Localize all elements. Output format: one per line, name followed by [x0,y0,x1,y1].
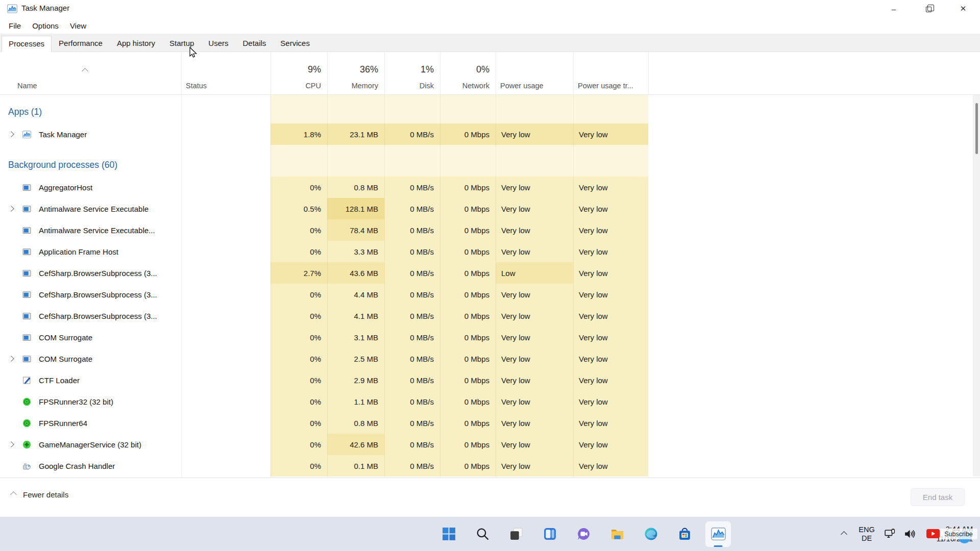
taskbar-widgets-button[interactable] [533,520,567,548]
fewer-details-toggle[interactable]: Fewer details [11,490,68,499]
taskbar-task-manager-button[interactable] [701,520,735,548]
disk-total-usage: 1% [421,64,434,75]
process-row-cefsharp-browsersubprocess-3[interactable]: CefSharp.BrowserSubprocess (3...0%4.1 MB… [0,305,980,327]
vertical-scrollbar[interactable] [973,95,980,477]
default-process-icon [22,333,31,342]
taskbar-task-view-button[interactable] [499,520,533,548]
column-header-name[interactable]: Name [0,52,181,94]
process-row-com-surrogate[interactable]: COM Surrogate0%2.5 MB0 MB/s0 MbpsVery lo… [0,348,980,369]
hidden-icons-chevron[interactable] [835,530,853,539]
cpu-cell: 0% [271,412,327,434]
power-usage-cell: Very low [496,305,573,327]
process-name: CTF Loader [39,376,80,385]
process-row-ctf-loader[interactable]: CTF Loader0%2.9 MB0 MB/s0 MbpsVery lowVe… [0,369,980,391]
process-row-cefsharp-browsersubprocess-3[interactable]: CefSharp.BrowserSubprocess (3...0%4.4 MB… [0,284,980,305]
menu-options[interactable]: Options [28,19,63,32]
taskbar-icons [432,517,735,551]
tab-app-history[interactable]: App history [110,35,162,52]
end-task-button[interactable]: End task [911,488,965,506]
network-icon[interactable] [880,528,899,540]
window-title: Task Manager [21,4,69,12]
title-bar: Task Manager – ✕ [0,0,980,17]
disk-cell: 0 MB/s [384,412,440,434]
memory-cell: 4.4 MB [327,284,384,305]
power-usage-cell: Very low [496,412,573,434]
process-row-antimalware-service-executable[interactable]: Antimalware Service Executable...0%78.4 … [0,219,980,241]
tab-performance[interactable]: Performance [52,35,110,52]
column-header-cpu[interactable]: 9% CPU [271,52,327,94]
power-usage-cell: Very low [496,284,573,305]
scrollbar-thumb[interactable] [975,103,978,154]
column-header-power-usage[interactable]: Power usage [496,52,573,94]
memory-cell: 23.1 MB [327,123,384,145]
default-process-icon [22,312,31,320]
group-header-label: Apps (1) [0,107,42,123]
menu-view[interactable]: View [65,19,91,32]
process-name: Antimalware Service Executable... [39,226,155,235]
close-button[interactable]: ✕ [950,0,976,17]
chat-icon [576,527,591,541]
default-process-icon [22,226,31,235]
memory-cell: 3.3 MB [327,241,384,262]
tab-users[interactable]: Users [201,35,235,52]
column-header-disk[interactable]: 1% Disk [384,52,440,94]
cpu-cell: 0% [271,455,327,477]
tab-services[interactable]: Services [273,35,317,52]
column-header-power-usage-trend[interactable]: Power usage tr... [573,52,648,94]
widgets-icon [543,527,557,541]
disk-cell: 0 MB/s [384,123,440,145]
taskbar-store-button[interactable] [668,520,701,548]
process-row-fpsrunner64[interactable]: FPSRunner640%0.8 MB0 MB/s0 MbpsVery lowV… [0,412,980,434]
network-cell: 0 Mbps [440,262,496,284]
column-header-status[interactable]: Status [181,52,271,94]
process-row-google-crash-handler[interactable]: Google Crash Handler0%0.1 MB0 MB/s0 Mbps… [0,455,980,477]
tab-processes[interactable]: Processes [2,36,52,52]
task-manager-window: Task Manager – ✕ File Options View Proce… [0,0,980,517]
power-trend-cell: Very low [573,177,648,198]
process-row-antimalware-service-executable[interactable]: Antimalware Service Executable0.5%128.1 … [0,198,980,219]
taskbar-start-button[interactable] [432,520,465,548]
fewer-details-label: Fewer details [23,490,68,499]
memory-cell: 2.5 MB [327,348,384,369]
process-row-gamemanagerservice-32-bit[interactable]: GameManagerService (32 bit)0%42.6 MB0 MB… [0,434,980,455]
taskbar-file-explorer-button[interactable] [600,520,634,548]
cpu-cell: 0% [271,177,327,198]
process-row-com-surrogate[interactable]: COM Surrogate0%3.1 MB0 MB/s0 MbpsVery lo… [0,327,980,348]
minimize-button[interactable]: – [881,0,906,17]
restore-button[interactable] [916,0,941,17]
taskbar-search-button[interactable] [465,520,499,548]
gch-process-icon [22,462,31,470]
taskbar-edge-button[interactable] [634,520,668,548]
column-header-network[interactable]: 0% Network [440,52,496,94]
youtube-icon [926,529,940,538]
tab-details[interactable]: Details [236,35,274,52]
group-header-row[interactable]: Background processes (60) [0,152,980,177]
expand-chevron-icon[interactable] [7,130,15,138]
status-cell [181,327,271,348]
expand-chevron-icon[interactable] [7,205,15,213]
process-row-fpsrunner32-32-bit[interactable]: FPSRunner32 (32 bit)0%1.1 MB0 MB/s0 Mbps… [0,391,980,412]
network-cell: 0 Mbps [440,348,496,369]
column-header-memory[interactable]: 36% Memory [327,52,384,94]
expand-chevron-icon[interactable] [7,355,15,363]
expand-chevron-icon[interactable] [7,440,15,448]
menu-file[interactable]: File [4,19,26,32]
memory-cell: 3.1 MB [327,327,384,348]
group-header-row[interactable]: Apps (1) [0,95,980,123]
taskbar-chat-button[interactable] [567,520,600,548]
process-row-task-manager[interactable]: Task Manager1.8%23.1 MB0 MB/s0 MbpsVery … [0,123,980,145]
process-row-aggregatorhost[interactable]: AggregatorHost0%0.8 MB0 MB/s0 MbpsVery l… [0,177,980,198]
tab-startup[interactable]: Startup [162,35,201,52]
cpu-cell: 0% [271,305,327,327]
process-row-application-frame-host[interactable]: Application Frame Host0%3.3 MB0 MB/s0 Mb… [0,241,980,262]
volume-icon[interactable] [899,528,919,540]
cpu-cell: 0% [271,327,327,348]
status-cell [181,455,271,477]
process-name: COM Surrogate [39,333,92,342]
language-indicator[interactable]: ENG DE [853,525,880,543]
cpu-cell: 0% [271,369,327,391]
process-row-cefsharp-browsersubprocess-3[interactable]: CefSharp.BrowserSubprocess (3...2.7%43.6… [0,262,980,284]
network-cell: 0 Mbps [440,284,496,305]
store-icon [677,527,692,541]
cpu-total-usage: 9% [308,64,321,75]
